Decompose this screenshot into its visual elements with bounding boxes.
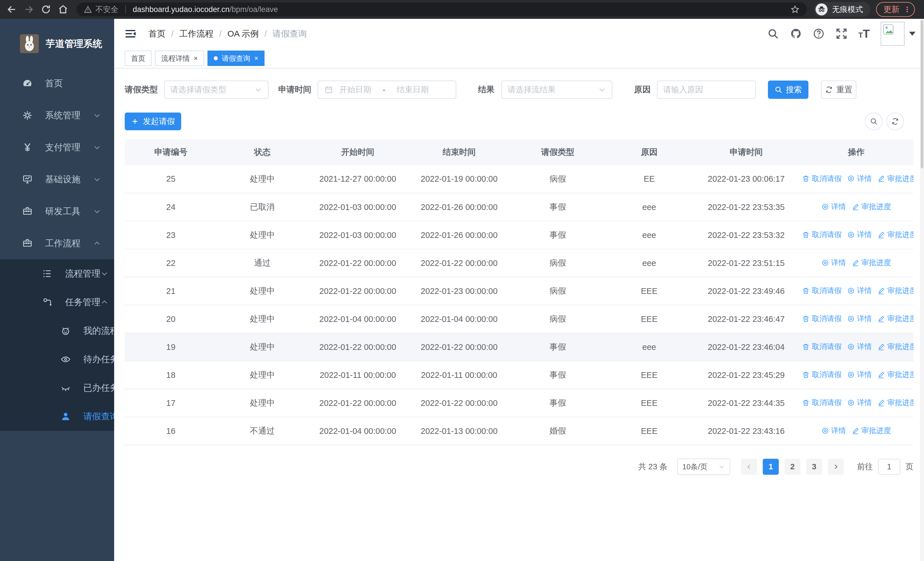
cancel-action-link[interactable]: 取消请假 (802, 286, 842, 296)
progress-action-link[interactable]: 审批进度 (852, 202, 891, 212)
detail-action-link[interactable]: 详情 (822, 258, 846, 268)
prev-page-button[interactable] (741, 459, 757, 475)
progress-action-link[interactable]: 审批进度 (878, 314, 914, 323)
sidebar-item-done-tasks[interactable]: 已办任务 (0, 374, 114, 402)
sidebar-collapse-icon[interactable] (124, 28, 136, 40)
progress-action-link[interactable]: 审批进度 (878, 398, 914, 408)
detail-action-link[interactable]: 详情 (847, 370, 872, 380)
url-path[interactable]: /bpm/oa/leave (230, 5, 278, 14)
app-logo[interactable]: 芋道管理系统 (0, 19, 114, 62)
cancel-action-link[interactable]: 取消请假 (802, 370, 842, 380)
cancel-action-link[interactable]: 取消请假 (802, 174, 842, 183)
sidebar-item-label: 任务管理 (65, 296, 100, 308)
create-leave-label: 发起请假 (143, 116, 175, 127)
browser-back-icon[interactable] (6, 4, 17, 15)
security-label[interactable]: 不安全 (95, 4, 118, 15)
view-icon (822, 203, 829, 211)
breadcrumb-item[interactable]: OA 示例 (227, 28, 259, 40)
progress-action-link[interactable]: 审批进度 (878, 370, 914, 380)
cancel-action-link[interactable]: 取消请假 (802, 314, 842, 323)
breadcrumb-separator: / (264, 29, 267, 39)
detail-action-link[interactable]: 详情 (847, 174, 872, 183)
view-icon (822, 427, 829, 435)
tab-close-icon[interactable]: × (194, 55, 198, 62)
url-host[interactable]: dashboard.yudao.iocoder.cn (133, 5, 230, 14)
detail-action-link[interactable]: 详情 (822, 202, 846, 212)
progress-action-link[interactable]: 审批进度 (878, 341, 914, 352)
refresh-table-button[interactable] (886, 113, 904, 130)
url-bar[interactable]: 不安全 dashboard.yudao.iocoder.cn/bpm/oa/le… (76, 3, 807, 16)
security-warning-icon (84, 5, 92, 14)
sidebar-item-system-management[interactable]: 系统管理 (0, 99, 114, 131)
browser-reload-icon[interactable] (40, 4, 51, 15)
reset-button[interactable]: 重置 (821, 81, 856, 99)
sidebar-item-todo-tasks[interactable]: 待办任务 (0, 345, 114, 374)
sidebar-item-my-process[interactable]: 我的流程 (0, 316, 114, 345)
progress-action-link[interactable]: 审批进度 (878, 286, 914, 296)
main-panel: 首页/工作流程/OA 示例/请假查询 TT 首页流程详情×请假查询× 请假 (114, 19, 924, 561)
leave-type-select[interactable]: 请选择请假类型 (164, 81, 268, 99)
github-icon[interactable] (790, 28, 802, 40)
browser-update-button[interactable]: 更新 (876, 2, 915, 17)
page-button-3[interactable]: 3 (806, 459, 822, 475)
sidebar-item-infrastructure[interactable]: 基础设施 (0, 163, 114, 196)
breadcrumb-item[interactable]: 首页 (148, 28, 165, 40)
fullscreen-icon[interactable] (836, 28, 848, 40)
date-start-placeholder[interactable]: 开始日期 (339, 84, 371, 95)
progress-action-link[interactable]: 审批进度 (878, 174, 914, 183)
tab-请假查询[interactable]: 请假查询× (207, 51, 264, 66)
detail-action-link[interactable]: 详情 (847, 286, 872, 296)
tab-流程详情[interactable]: 流程详情× (155, 51, 204, 66)
sidebar-item-task-management[interactable]: 任务管理 (0, 288, 114, 316)
page-button-1[interactable]: 1 (763, 459, 779, 475)
scrollbar-thumb[interactable] (921, 20, 923, 168)
sidebar-item-label: 系统管理 (45, 110, 81, 122)
header-search-icon[interactable] (767, 28, 779, 40)
detail-action-link[interactable]: 详情 (847, 398, 872, 408)
sidebar-item-home[interactable]: 首页 (0, 68, 114, 99)
detail-action-link[interactable]: 详情 (847, 230, 872, 240)
sidebar-item-workflow[interactable]: 工作流程 (0, 227, 114, 259)
cell-end: 2022-01-22 00:00:00 (408, 249, 510, 277)
sidebar-item-process-management[interactable]: 流程管理 (0, 259, 114, 288)
font-size-icon[interactable]: TT (858, 27, 870, 40)
reason-input[interactable] (657, 81, 756, 99)
toggle-search-button[interactable] (865, 113, 883, 130)
avatar-dropdown-caret-icon[interactable] (909, 32, 915, 36)
tab-close-icon[interactable]: × (254, 55, 258, 62)
sidebar-item-payment-management[interactable]: 支付管理 (0, 131, 114, 163)
active-tab-dot (214, 56, 218, 60)
goto-page-input[interactable] (878, 459, 900, 475)
cancel-action-link[interactable]: 取消请假 (802, 341, 842, 352)
page-suffix-label: 页 (906, 461, 914, 472)
sidebar-item-leave-query[interactable]: 请假查询 (0, 402, 114, 431)
user-avatar[interactable] (880, 22, 904, 46)
next-page-button[interactable] (828, 459, 844, 475)
page-size-select[interactable]: 10条/页 (677, 459, 730, 475)
tab-首页[interactable]: 首页 (125, 51, 152, 66)
apply-time-label: 申请时间 (278, 84, 311, 95)
page-scrollbar[interactable] (920, 19, 924, 561)
create-leave-button[interactable]: 发起请假 (125, 113, 181, 130)
progress-action-link[interactable]: 审批进度 (878, 230, 914, 240)
search-button[interactable]: 搜索 (768, 81, 808, 99)
detail-action-link[interactable]: 详情 (847, 341, 872, 352)
date-end-placeholder[interactable]: 结束日期 (397, 84, 429, 95)
cancel-action-link[interactable]: 取消请假 (802, 398, 842, 408)
browser-forward-icon[interactable] (23, 4, 34, 15)
cancel-action-link[interactable]: 取消请假 (802, 230, 842, 240)
detail-action-link[interactable]: 详情 (822, 426, 846, 436)
progress-action-link[interactable]: 审批进度 (852, 426, 891, 436)
detail-action-link[interactable]: 详情 (847, 314, 872, 323)
breadcrumb-item[interactable]: 工作流程 (179, 28, 213, 40)
progress-action-link[interactable]: 审批进度 (852, 258, 891, 268)
browser-home-icon[interactable] (58, 4, 69, 15)
apply-time-range-picker[interactable]: 开始日期 - 结束日期 (318, 81, 456, 99)
help-icon[interactable] (813, 28, 825, 40)
sidebar-item-dev-tools[interactable]: 研发工具 (0, 196, 114, 227)
bookmark-star-icon[interactable] (790, 5, 800, 14)
browser-menu-icon[interactable] (903, 5, 911, 14)
page-button-2[interactable]: 2 (784, 459, 801, 475)
result-select[interactable]: 请选择流结果 (501, 81, 612, 99)
progress-action-label: 审批进度 (861, 202, 891, 212)
